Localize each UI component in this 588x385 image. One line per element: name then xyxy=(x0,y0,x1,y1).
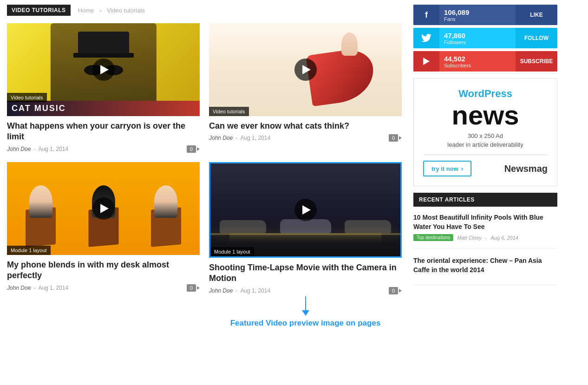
twitter-follow-button[interactable]: FOLLOW xyxy=(516,28,557,48)
article-title-1[interactable]: What happens when your carryon is over t… xyxy=(7,121,200,143)
recent-article-meta-1: Top destinations Matt Cloey - Aug 6, 201… xyxy=(413,234,557,241)
thumb-category-4: Module 1 layout xyxy=(210,247,254,256)
articles-grid: CAT MUSIC Video tutorials What happens w… xyxy=(7,23,402,328)
article-card-4: Module 1 layout Shooting Time-Lapse Movi… xyxy=(209,162,402,328)
article-meta-left-3: John Doe - Aug 1, 2014 xyxy=(7,285,68,291)
play-button-1[interactable] xyxy=(92,59,115,81)
recent-article-2: The oriental experience: Chew – Pan Asia… xyxy=(413,256,557,285)
play-button-2[interactable] xyxy=(294,59,317,81)
author-4: John Doe xyxy=(209,287,233,294)
ad-block: WordPress news 300 x 250 Ad leader in ar… xyxy=(413,78,557,186)
twitter-icon xyxy=(421,34,431,42)
annotation-line xyxy=(305,296,306,310)
ad-try-button[interactable]: try it now › xyxy=(423,161,471,176)
youtube-count: 44,502 xyxy=(444,55,511,63)
breadcrumb-home[interactable]: Home xyxy=(78,7,94,14)
article-meta-left-2: John Doe - Aug 1, 2014 xyxy=(209,135,270,141)
annotation-text: Featured Video preview image on pages xyxy=(230,319,381,328)
article-thumb-1[interactable]: CAT MUSIC Video tutorials xyxy=(7,23,200,116)
music-text: CAT MUSIC xyxy=(7,101,200,116)
date-3: Aug 1, 2014 xyxy=(38,285,68,291)
article-title-2[interactable]: Can we ever know what cats think? xyxy=(209,121,402,131)
recent-article-title-1[interactable]: 10 Most Beautifull Infinity Pools With B… xyxy=(413,213,557,231)
ad-tagline-text: leader in article deliverability xyxy=(423,141,548,148)
youtube-subscribe-button[interactable]: SUBSCRIBE xyxy=(516,51,557,72)
facebook-icon-area: f xyxy=(413,5,439,25)
facebook-icon: f xyxy=(425,10,428,20)
date-sep-1: - xyxy=(33,146,35,152)
comment-count-1: 0 xyxy=(187,145,200,153)
facebook-stats: 106,089 Fans xyxy=(439,5,516,25)
article-title-4[interactable]: Shooting Time-Lapse Movie with the Camer… xyxy=(209,262,402,284)
author-2: John Doe xyxy=(209,135,233,141)
article-card-1: CAT MUSIC Video tutorials What happens w… xyxy=(7,23,200,153)
breadcrumb-sep: › xyxy=(99,7,101,14)
ad-brand-text: Newsmag xyxy=(504,163,548,174)
recent-articles-section: RECENT ARTICLES 10 Most Beautifull Infin… xyxy=(413,193,557,285)
article-meta-left-1: John Doe - Aug 1, 2014 xyxy=(7,146,68,152)
youtube-icon-area xyxy=(413,51,439,72)
thumb-category-1: Video tutorials xyxy=(7,93,47,102)
article-meta-1: John Doe - Aug 1, 2014 0 xyxy=(7,145,200,153)
recent-article-1: 10 Most Beautifull Infinity Pools With B… xyxy=(413,213,557,249)
thumb-category-3: Module 1 layout xyxy=(7,246,51,255)
play-button-3[interactable] xyxy=(92,197,115,220)
recent-tag-1[interactable]: Top destinations xyxy=(413,234,453,241)
breadcrumb: Home › Video tutorials xyxy=(76,7,147,14)
ad-size-text: 300 x 250 Ad xyxy=(423,132,548,139)
twitter-label: Followers xyxy=(444,39,511,45)
thumb-category-2: Video tutorials xyxy=(209,107,249,116)
author-1: John Doe xyxy=(7,146,31,152)
comment-count-4: 0 xyxy=(389,287,402,294)
youtube-icon xyxy=(423,58,430,65)
article-card-2: Video tutorials Can we ever know what ca… xyxy=(209,23,402,153)
annotation-arrow xyxy=(302,310,309,316)
recent-articles-header: RECENT ARTICLES xyxy=(413,193,557,207)
recent-sep-1: - xyxy=(485,235,487,241)
facebook-label: Fans xyxy=(444,16,511,22)
date-4: Aug 1, 2014 xyxy=(240,287,270,294)
author-3: John Doe xyxy=(7,285,31,291)
date-1: Aug 1, 2014 xyxy=(38,146,68,152)
recent-date-1: Aug 6, 2014 xyxy=(491,235,518,241)
comment-count-2: 0 xyxy=(389,134,402,142)
play-button-4[interactable] xyxy=(294,199,317,221)
ad-news-text: news xyxy=(423,102,548,129)
facebook-block: f 106,089 Fans LIKE xyxy=(413,5,557,25)
comment-count-3: 0 xyxy=(187,284,200,292)
breadcrumb-current: Video tutorials xyxy=(107,7,145,14)
recent-article-title-2[interactable]: The oriental experience: Chew – Pan Asia… xyxy=(413,256,557,274)
facebook-like-button[interactable]: LIKE xyxy=(516,5,557,25)
youtube-block: 44,502 Subscribers SUBSCRIBE xyxy=(413,51,557,72)
page-header: VIDEO TUTORIALS Home › Video tutorials xyxy=(7,5,402,16)
ad-wordpress-text: WordPress xyxy=(423,88,548,100)
ad-footer: try it now › Newsmag xyxy=(423,155,548,176)
main-content: VIDEO TUTORIALS Home › Video tutorials xyxy=(7,5,402,328)
featured-annotation: Featured Video preview image on pages xyxy=(209,296,402,328)
article-meta-2: John Doe - Aug 1, 2014 0 xyxy=(209,134,402,142)
recent-author-1: Matt Cloey xyxy=(457,235,482,241)
article-meta-3: John Doe - Aug 1, 2014 0 xyxy=(7,284,200,292)
twitter-stats: 47,860 Followers xyxy=(439,28,516,48)
article-thumb-2[interactable]: Video tutorials xyxy=(209,23,402,116)
twitter-block: 47,860 Followers FOLLOW xyxy=(413,28,557,48)
youtube-stats: 44,502 Subscribers xyxy=(439,51,516,72)
article-meta-left-4: John Doe - Aug 1, 2014 xyxy=(209,287,270,294)
date-2: Aug 1, 2014 xyxy=(240,135,270,141)
article-meta-4: John Doe - Aug 1, 2014 0 xyxy=(209,287,402,294)
article-thumb-4[interactable]: Module 1 layout xyxy=(209,162,402,258)
article-card-3: Module 1 layout My phone blends in with … xyxy=(7,162,200,328)
facebook-count: 106,089 xyxy=(444,8,511,16)
twitter-icon-area xyxy=(413,28,439,48)
article-thumb-3[interactable]: Module 1 layout xyxy=(7,162,200,255)
youtube-label: Subscribers xyxy=(444,63,511,68)
page-title-badge: VIDEO TUTORIALS xyxy=(7,5,71,16)
sidebar: f 106,089 Fans LIKE 47,860 Followers FOL… xyxy=(413,5,557,328)
article-title-3[interactable]: My phone blends in with my desk almost p… xyxy=(7,260,200,281)
ad-try-arrow: › xyxy=(461,165,464,172)
twitter-count: 47,860 xyxy=(444,32,511,39)
